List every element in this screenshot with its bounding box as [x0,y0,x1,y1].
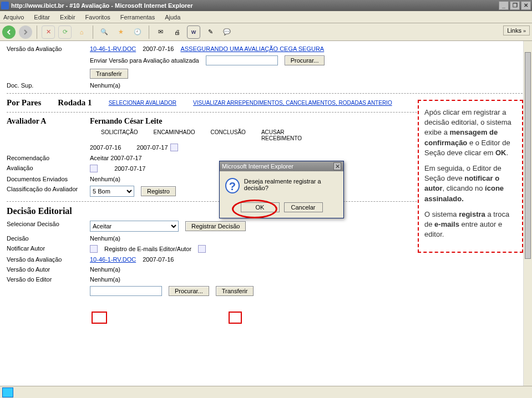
menu-arquivo[interactable]: Arquivo [3,14,24,21]
minimize-button[interactable]: _ [499,1,509,10]
procurar-button[interactable]: Procurar... [285,55,325,65]
secure-eval-link[interactable]: ASSEGURANDO UMA AVALIAÇÃO CEGA SEGURA [180,45,324,52]
history-button[interactable]: 🕘 [131,25,144,39]
window-titlebar: http://www.ibict.br - #10 Avaliação - Mi… [0,0,532,11]
sel-avaliador-link[interactable]: SELECIONAR AVALIADOR [109,100,176,106]
window-title: http://www.ibict.br - #10 Avaliação - Mi… [11,2,193,9]
doc-sup-label: Doc. Sup. [7,82,90,89]
notificar-autor-label: Notificar Autor [7,245,90,252]
transferir-button-2[interactable]: Transferir [216,286,254,296]
home-button[interactable]: ⌂ [75,25,88,39]
hdr-acusar: ACUSAR RECEBIMENTO [261,129,306,141]
decisao-label: Decisão [7,235,90,242]
date-encaminhado: 2007-07-17 [136,144,168,151]
search-button[interactable]: 🔍 [98,25,111,39]
versao-label: Versão da Avaliação [7,45,90,52]
avaliador-nome: Fernando César Leite [90,117,162,126]
close-button[interactable]: ✕ [521,1,531,10]
versao-autor-value: Nenhum(a) [90,266,525,273]
menu-editar[interactable]: Editar [34,14,50,21]
hdr-conclusao: CONCLUSÃO [211,129,246,141]
file-date-2: 2007-07-16 [143,256,174,263]
mail-icon[interactable] [170,144,178,151]
confirm-dialog: Microsoft Internet Explorer ✕ ? Deseja r… [219,161,344,218]
dialog-title: Microsoft Internet Explorer [222,163,293,170]
stop-button[interactable]: ✕ [42,25,55,39]
classificacao-label: Classificação do Avaliador [7,186,90,192]
mail-button[interactable]: ✉ [154,25,167,39]
file-link[interactable]: 10-46-1-RV.DOC [90,45,136,52]
menu-ferramentas[interactable]: Ferramentas [120,14,155,21]
question-icon: ? [225,178,240,193]
taskbar [0,386,532,398]
edit-button[interactable]: ✎ [204,25,217,39]
procurar-button-2[interactable]: Procurar... [169,286,209,296]
registrar-decisao-button[interactable]: Registrar Decisão [185,221,246,231]
upload-path-input-2[interactable] [90,286,162,296]
menu-exibir[interactable]: Exibir [60,14,75,21]
sel-decisao-label: Selecionar Decisão [7,221,90,227]
menu-ajuda[interactable]: Ajuda [165,14,180,21]
back-button[interactable] [2,25,16,39]
dialog-cancel-button[interactable]: Cancelar [284,202,323,212]
toolbar: ✕ ⟳ ⌂ 🔍 ★ 🕘 ✉ 🖨 W ✎ 💬 Links » [0,23,532,41]
docs-enviados-label: Documentos Enviados [7,176,90,182]
discuss-button[interactable]: 💬 [220,25,234,39]
hdr-encaminhado: ENCAMINHADO [154,129,195,141]
versao-autor-label: Versão do Autor [7,266,90,273]
decisao-select[interactable]: Aceitar [90,221,179,232]
rodada-title: Rodada 1 [58,98,92,108]
taskbar-ie-icon[interactable] [2,387,13,397]
file-link-2[interactable]: 10-46-1-RV.DOC [90,256,136,263]
transferir-button[interactable]: Transferir [90,69,128,79]
doc-icon[interactable] [90,165,98,172]
registro-emails-label: Registro de E-mails Editor/Autor [104,246,191,252]
visualizar-link[interactable]: VISUALIZAR ARREPENDIMENTOS, CANCELAMENTO… [193,100,392,106]
menu-favoritos[interactable]: Favoritos [85,14,110,21]
menubar: Arquivo Editar Exibir Favoritos Ferramen… [0,11,532,23]
versao-editor-value: Nenhum(a) [90,276,525,283]
vertical-scrollbar[interactable] [523,41,532,386]
versao-editor-label: Versão do Editor [7,276,90,283]
annotation-callout: Após clicar em registrar a decisão edito… [418,100,523,253]
word-icon[interactable]: W [187,25,200,39]
recomendacao-label: Recomendação [7,155,90,161]
avaliacao-date: 2007-07-17 [114,165,145,172]
ie-icon [1,2,9,9]
enviar-label: Enviar Versão para Avaliação atualizada [90,57,199,64]
file-date: 2007-07-16 [143,45,174,52]
favorites-button[interactable]: ★ [114,25,128,39]
print-button[interactable]: 🖨 [170,25,184,39]
hdr-solicitacao: SOLICITAÇÃO [101,129,138,141]
links-toolbar[interactable]: Links » [503,25,530,35]
dialog-close-icon[interactable]: ✕ [333,162,341,170]
avaliador-a-label: Avaliador A [7,117,46,125]
avaliacao-label: Avaliação [7,165,90,171]
doc-sup-value: Nenhum(a) [90,82,525,89]
date-solicitacao: 2007-07-16 [90,144,121,151]
classificacao-select[interactable]: 5 Bom [90,186,134,197]
dialog-ok-button[interactable]: OK [241,202,280,212]
versao-avaliacao-label2: Versão da Avaliação [7,256,90,263]
dialog-message: Deseja realmente registrar a decisão? [244,178,338,191]
restore-button[interactable]: ❐ [510,1,520,10]
notify-mail-icon[interactable] [90,245,98,253]
refresh-button[interactable]: ⟳ [58,25,72,39]
email-log-icon[interactable] [198,245,206,253]
registro-button[interactable]: Registro [141,186,176,196]
upload-path-input[interactable] [206,55,278,65]
forward-button[interactable] [19,25,32,39]
por-pares-title: Por Pares [7,98,41,108]
